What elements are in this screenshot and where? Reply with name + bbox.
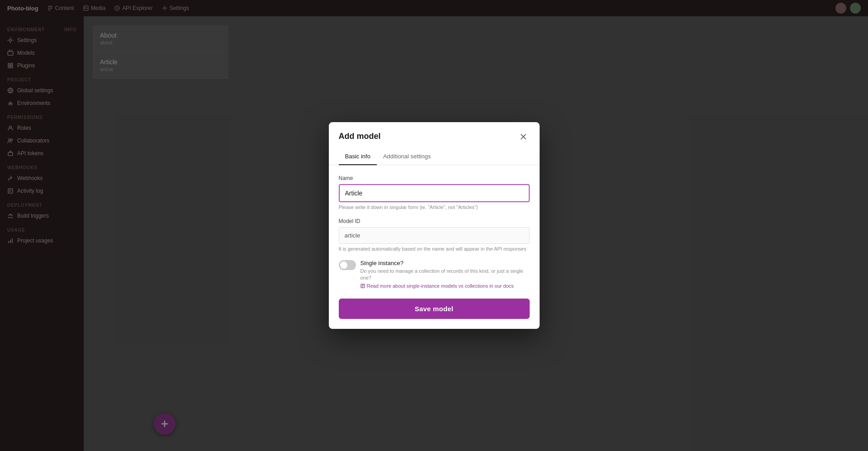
add-model-modal: Add model Basic info Additional settings… (329, 122, 540, 329)
tab-basic-info[interactable]: Basic info (339, 148, 377, 165)
modal-body: Name Please write it down in singular fo… (329, 165, 540, 329)
close-icon (520, 133, 527, 140)
model-id-hint: It is generated automatically based on t… (339, 246, 530, 252)
tab-additional-settings[interactable]: Additional settings (377, 148, 437, 165)
single-instance-toggle[interactable] (339, 260, 356, 270)
single-instance-label: Single instance? (360, 260, 530, 266)
single-instance-row: Single instance? Do you need to manage a… (339, 260, 530, 289)
name-label: Name (339, 175, 530, 181)
model-id-label: Model ID (339, 218, 530, 224)
modal-title: Add model (339, 132, 381, 141)
name-input[interactable] (339, 184, 530, 202)
single-instance-desc: Do you need to manage a collection of re… (360, 268, 530, 282)
close-button[interactable] (517, 130, 530, 143)
book-icon (360, 284, 365, 288)
model-id-input[interactable] (339, 227, 530, 244)
modal-header: Add model (329, 122, 540, 143)
modal-tabs: Basic info Additional settings (329, 148, 540, 165)
name-group: Name Please write it down in singular fo… (339, 175, 530, 210)
model-id-group: Model ID It is generated automatically b… (339, 218, 530, 252)
name-hint: Please write it down in singular form (i… (339, 204, 530, 210)
save-model-button[interactable]: Save model (339, 299, 530, 319)
toggle-info: Single instance? Do you need to manage a… (360, 260, 530, 289)
toggle-slider (339, 260, 356, 270)
single-instance-link[interactable]: Read more about single-instance models v… (360, 283, 530, 289)
